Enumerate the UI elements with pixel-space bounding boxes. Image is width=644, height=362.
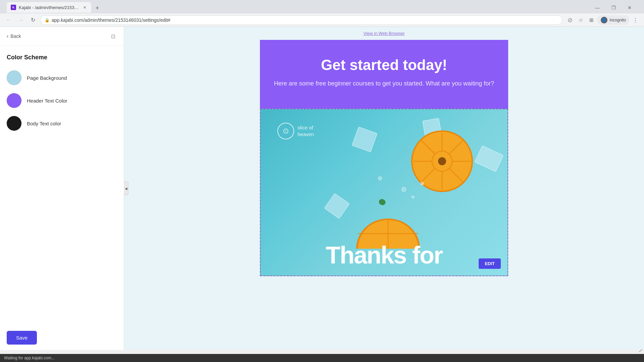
bubble-1 [401,187,406,192]
hero-title: Get started today! [273,57,495,73]
url-text: app.kajabi.com/admin/themes/2153146031/s… [52,17,170,23]
ice-cube-3 [475,145,504,172]
title-bar: K Kajabi - /admin/themes/2153146… ✕ + — … [0,0,644,13]
bubble-5 [378,176,382,180]
hero-subtitle: Here are some free beginner courses to g… [273,79,495,88]
back-button[interactable]: ‹ Back [7,33,21,39]
lock-icon: 🔒 [45,18,50,22]
mint-leaf-2 [377,198,387,206]
status-bar: Waiting for app.kajabi.com... [0,354,644,362]
browser-chrome: K Kajabi - /admin/themes/2153146… ✕ + — … [0,0,644,27]
omnibar-actions: ⊘ ☆ ⊞ 👤 Incognito ⋮ [565,15,640,25]
corner-resize-handle[interactable]: ⤢ [637,347,644,354]
preview-content: Get started today! Here are some free be… [260,40,508,276]
header-text-color-swatch [7,93,21,108]
logo-text: slice ofheaven [298,124,314,137]
address-bar[interactable]: 🔒 app.kajabi.com/admin/themes/2153146031… [40,15,562,25]
ice-cube-1 [352,126,378,152]
window-controls: — ❐ ✕ [590,3,637,13]
bubble-4 [422,183,424,185]
back-arrow-icon: ‹ [7,33,8,39]
menu-icon[interactable]: ⋮ [631,15,640,25]
extensions-icon[interactable]: ⊞ [587,15,596,25]
edit-button[interactable]: EDIT [479,258,501,269]
orange-main [410,129,474,193]
new-tab-button[interactable]: + [93,3,102,13]
body-text-color-item[interactable]: Body Text color [7,116,117,131]
svg-point-8 [438,157,446,165]
incognito-avatar-icon: 👤 [601,17,607,23]
section-title: Color Scheme [7,54,117,61]
tab-close-button[interactable]: ✕ [82,5,87,10]
citrus-background: ⊙ slice ofheaven [261,109,507,276]
view-in-browser-link[interactable]: View in Web Browser [363,31,405,36]
slice-of-heaven-logo: ⊙ slice ofheaven [277,123,314,139]
refresh-button[interactable]: ↻ [28,15,38,25]
save-button[interactable]: Save [7,331,37,345]
ice-cube-4 [324,193,350,219]
back-nav-button[interactable]: ← [4,15,13,25]
view-in-browser-bar: View in Web Browser [124,27,644,40]
preview-image-section: ⊙ slice ofheaven [260,109,508,276]
forward-nav-button[interactable]: → [16,15,25,25]
tab-title: Kajabi - /admin/themes/2153146… [19,5,79,10]
maximize-button[interactable]: ❐ [606,3,621,13]
incognito-button[interactable]: 👤 Incognito [597,15,629,25]
sidebar: ‹ Back ⊡ Color Scheme Page Background He… [0,27,124,350]
tab-favicon: K [11,5,16,10]
external-link-icon[interactable]: ⊡ [109,32,117,40]
header-text-color-item[interactable]: Header Text Color [7,93,117,108]
omnibar: ← → ↻ 🔒 app.kajabi.com/admin/themes/2153… [0,13,644,27]
page-background-swatch [7,70,21,85]
collapse-sidebar-handle[interactable]: ◀ [124,182,128,195]
page-background-label: Page Background [27,75,67,81]
logo-icon: ⊙ [277,123,294,139]
close-window-button[interactable]: ✕ [622,3,637,13]
back-label: Back [10,34,21,39]
thanks-text: Thanks for [261,241,507,269]
preview-hero: Get started today! Here are some free be… [260,40,508,109]
body-text-color-label: Body Text color [27,121,61,126]
bookmark-icon[interactable]: ☆ [576,15,585,25]
sidebar-content: Color Scheme Page Background Header Text… [0,46,124,325]
page-background-item[interactable]: Page Background [7,70,117,85]
status-text: Waiting for app.kajabi.com... [4,356,55,360]
incognito-label: Incognito [609,18,626,22]
camera-off-icon[interactable]: ⊘ [565,15,575,25]
preview-area: View in Web Browser Get started today! H… [124,27,644,350]
main-layout: ‹ Back ⊡ Color Scheme Page Background He… [0,27,644,350]
header-text-color-label: Header Text Color [27,98,67,104]
active-tab[interactable]: K Kajabi - /admin/themes/2153146… ✕ [7,2,91,13]
body-text-color-swatch [7,116,21,131]
sidebar-header: ‹ Back ⊡ [0,27,124,46]
bubble-2 [412,196,414,198]
minimize-button[interactable]: — [590,3,605,13]
